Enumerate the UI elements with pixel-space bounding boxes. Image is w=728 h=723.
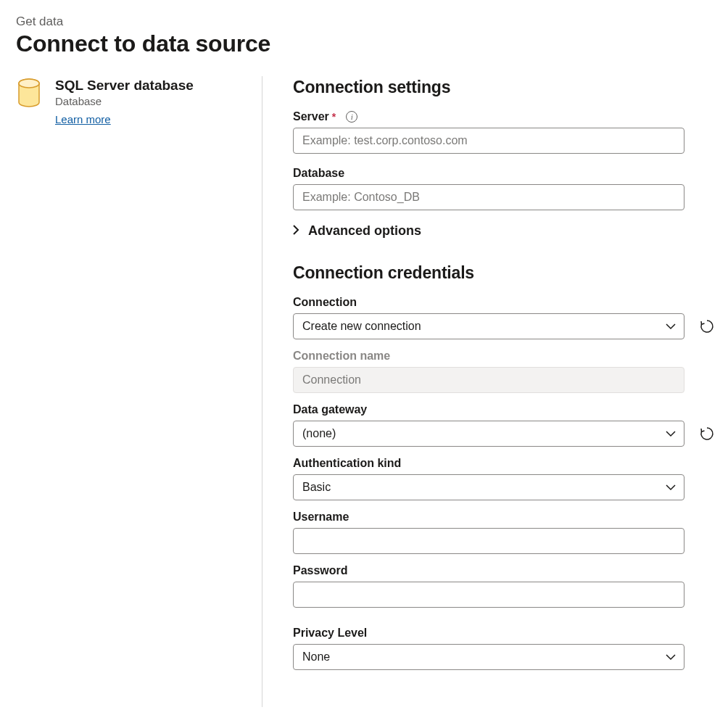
refresh-icon [700,319,714,334]
privacy-select-value: None [302,650,330,664]
learn-more-link[interactable]: Learn more [55,113,111,125]
settings-heading: Connection settings [293,78,715,97]
username-label: Username [293,511,349,524]
database-label: Database [293,167,344,180]
source-title: SQL Server database [55,78,194,94]
advanced-options-expander[interactable]: Advanced options [293,223,715,239]
source-card: SQL Server database Database Learn more [16,76,262,707]
data-gateway-select[interactable]: (none) [293,421,684,447]
connection-name-input [293,367,684,393]
server-label: Server [293,110,329,123]
auth-kind-label: Authentication kind [293,457,401,470]
connection-select[interactable]: Create new connection [293,313,684,339]
auth-kind-select-value: Basic [302,481,331,494]
auth-kind-select[interactable]: Basic [293,474,684,500]
password-label: Password [293,564,348,577]
advanced-options-label: Advanced options [308,223,421,239]
connection-name-label: Connection name [293,350,390,363]
data-gateway-select-value: (none) [302,427,336,440]
info-icon[interactable]: i [346,111,357,123]
chevron-right-icon [293,225,299,237]
credentials-heading: Connection credentials [293,263,715,283]
refresh-connection-button[interactable] [699,318,715,334]
server-input[interactable] [293,128,684,154]
database-input[interactable] [293,184,684,210]
source-subtitle: Database [55,95,194,107]
privacy-label: Privacy Level [293,627,367,640]
privacy-select[interactable]: None [293,644,684,670]
connection-label: Connection [293,296,357,309]
required-indicator: * [332,111,336,123]
refresh-gateway-button[interactable] [699,426,715,442]
refresh-icon [700,426,714,441]
password-input[interactable] [293,582,684,608]
data-gateway-label: Data gateway [293,403,367,416]
svg-point-1 [19,79,39,88]
connection-select-value: Create new connection [302,320,421,333]
username-input[interactable] [293,528,684,554]
database-icon [16,78,42,108]
page-title: Connect to data source [16,30,712,57]
breadcrumb: Get data [16,15,712,29]
